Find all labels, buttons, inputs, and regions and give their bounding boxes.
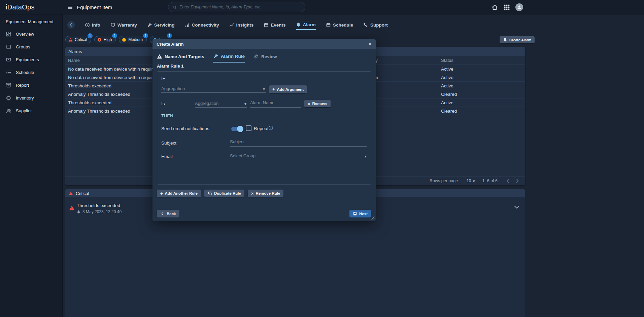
cross-icon: × [251, 191, 254, 196]
aggregation-select[interactable]: Aggregation ▾ [161, 84, 266, 93]
rows-per-page-select[interactable]: 10 ▾ [467, 179, 475, 184]
rule-heading: Alarm Rule 1 [157, 64, 183, 69]
button-label: Remove Rule [256, 191, 280, 195]
add-another-rule-button[interactable]: + Add Another Rule [157, 190, 201, 197]
tab-support[interactable]: Support [363, 20, 388, 30]
filter-chip-critical[interactable]: Critical 1 [65, 36, 91, 43]
tab-label: Schedule [333, 23, 353, 28]
save-icon [353, 211, 357, 216]
rows-per-page-value: 10 [467, 179, 471, 183]
phone-icon [363, 23, 368, 28]
bell-icon [296, 22, 301, 27]
close-icon[interactable]: × [368, 41, 372, 47]
equipments-icon [6, 57, 11, 63]
chevron-left-icon [69, 23, 73, 27]
step-alarm-rule[interactable]: Alarm Rule [213, 53, 245, 63]
alarm-status-cell: Cleared [441, 90, 457, 98]
button-label: Add Another Rule [165, 191, 198, 195]
back-button[interactable]: Back [157, 210, 179, 217]
plus-icon: + [160, 191, 163, 196]
sidebar-item-label: Groups [16, 44, 30, 49]
sidebar-item-schedule[interactable]: Schedule [0, 66, 62, 79]
tab-warranty[interactable]: Warranty [110, 20, 137, 30]
tab-insights[interactable]: Insights [229, 20, 254, 30]
repeat-checkbox[interactable] [246, 125, 251, 131]
info-icon [85, 23, 90, 28]
resize-grip[interactable] [371, 216, 375, 220]
alarm-status-cell: Active [441, 98, 453, 107]
create-alarm-button[interactable]: Create Alarm [500, 36, 535, 43]
tab-info[interactable]: Info [85, 20, 100, 30]
warning-triangle-icon [69, 191, 73, 196]
search-input[interactable] [179, 5, 301, 9]
apps-grid-icon[interactable] [503, 4, 510, 11]
subject-input[interactable] [230, 138, 367, 147]
avatar[interactable] [515, 3, 523, 11]
tab-alarm[interactable]: Alarm [296, 20, 316, 30]
alarm-name-input[interactable] [250, 99, 301, 108]
tab-label: Connectivity [192, 23, 219, 28]
wrench-icon [147, 23, 152, 28]
tab-connectivity[interactable]: Connectivity [185, 20, 219, 30]
tab-label: Warranty [117, 23, 137, 28]
button-label: Duplicate Rule [214, 191, 241, 195]
sidebar-item-supplier[interactable]: Supplier [0, 104, 62, 117]
dropdown-arrow-icon: ▾ [473, 179, 475, 184]
tab-label: Insights [236, 23, 254, 28]
next-page-icon[interactable] [514, 178, 520, 184]
email-notifications-toggle[interactable] [231, 127, 242, 131]
tab-schedule[interactable]: Schedule [326, 20, 353, 30]
is-aggregation-select[interactable]: Aggregation ▾ [195, 99, 247, 108]
signal-icon [185, 23, 190, 28]
chevron-down-icon[interactable] [513, 203, 520, 211]
tab-label: Servicing [154, 23, 175, 28]
calendar-icon [264, 23, 269, 28]
sidebar-item-label: Equipments [16, 57, 39, 62]
search-icon [172, 5, 177, 9]
sidebar-item-label: Overview [16, 32, 34, 37]
home-icon[interactable] [491, 4, 498, 11]
warning-circle-icon [122, 38, 126, 42]
remove-rule-button[interactable]: × Remove Rule [248, 190, 283, 197]
duplicate-rule-button[interactable]: Duplicate Rule [204, 190, 244, 197]
tab-servicing[interactable]: Servicing [147, 20, 175, 30]
modal-title: Create Alarm [157, 42, 183, 47]
step-label: Alarm Rule [221, 54, 245, 59]
sidebar-item-label: Report [16, 83, 29, 88]
groups-icon [6, 44, 11, 50]
copy-icon [208, 191, 212, 196]
email-group-select[interactable]: Select Group ▾ [230, 152, 367, 160]
back-button[interactable] [67, 21, 75, 29]
chip-label: High [104, 37, 112, 42]
previous-page-icon[interactable] [505, 178, 511, 184]
next-button[interactable]: Next [349, 210, 371, 217]
count-badge: 1 [167, 33, 172, 38]
add-argument-button[interactable]: + Add Argument [269, 85, 307, 93]
remove-argument-button[interactable]: × Remove [304, 100, 331, 107]
create-alarm-modal: Create Alarm × Name And Targets Alarm Ru… [152, 39, 376, 221]
rule-actions: + Add Another Rule Duplicate Rule × Remo… [157, 190, 283, 197]
error-circle-icon [97, 38, 102, 42]
topbar-actions [491, 0, 523, 14]
dropdown-arrow-icon: ▾ [263, 87, 265, 91]
sidebar-item-inventory[interactable]: Inventory [0, 91, 62, 104]
tab-events[interactable]: Events [264, 20, 285, 30]
button-label: Add Argument [277, 87, 304, 91]
sidebar-item-overview[interactable]: Overview [0, 28, 62, 40]
equipment-search[interactable] [168, 2, 305, 12]
sidebar-item-equipments[interactable]: Equipments [0, 53, 62, 66]
modal-header[interactable]: Create Alarm × [152, 39, 376, 49]
info-icon[interactable] [268, 125, 273, 130]
step-review[interactable]: Review [253, 53, 277, 63]
filter-chip-high[interactable]: High 1 [94, 36, 116, 43]
filter-chip-medium[interactable]: Medium 1 [119, 36, 147, 43]
wrench-icon [213, 53, 218, 59]
sidebar-item-groups[interactable]: Groups [0, 40, 62, 53]
menu-icon[interactable] [67, 4, 73, 10]
step-name-and-targets[interactable]: Name And Targets [157, 53, 204, 63]
tab-label: Info [92, 23, 100, 28]
sidebar-item-label: Supplier [16, 108, 32, 113]
sidebar-item-label: Schedule [16, 70, 34, 75]
count-badge: 1 [112, 33, 117, 38]
sidebar-item-report[interactable]: Report [0, 79, 62, 91]
